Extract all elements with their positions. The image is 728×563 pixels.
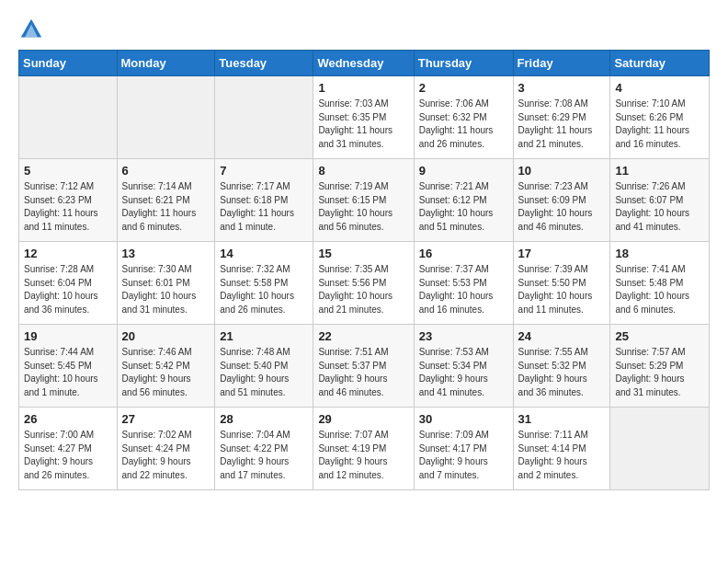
- day-info: Sunrise: 7:09 AM Sunset: 4:17 PM Dayligh…: [419, 429, 508, 482]
- day-info: Sunrise: 7:17 AM Sunset: 6:18 PM Dayligh…: [220, 180, 308, 234]
- day-info: Sunrise: 7:28 AM Sunset: 6:04 PM Dayligh…: [24, 263, 112, 316]
- calendar-header-wednesday: Wednesday: [313, 51, 414, 76]
- calendar-cell: 30Sunrise: 7:09 AM Sunset: 4:17 PM Dayli…: [414, 408, 513, 490]
- day-number: 6: [122, 164, 210, 178]
- calendar-cell: 4Sunrise: 7:10 AM Sunset: 6:26 PM Daylig…: [610, 76, 710, 159]
- calendar-cell: 6Sunrise: 7:14 AM Sunset: 6:21 PM Daylig…: [117, 159, 215, 242]
- calendar-cell: [610, 408, 710, 490]
- day-number: 28: [220, 412, 308, 426]
- day-number: 18: [615, 247, 704, 260]
- day-info: Sunrise: 7:10 AM Sunset: 6:26 PM Dayligh…: [615, 98, 704, 151]
- day-number: 16: [419, 247, 508, 260]
- day-number: 26: [24, 412, 112, 426]
- day-number: 24: [518, 329, 606, 343]
- day-info: Sunrise: 7:14 AM Sunset: 6:21 PM Dayligh…: [122, 180, 210, 234]
- calendar-cell: 1Sunrise: 7:03 AM Sunset: 6:35 PM Daylig…: [313, 76, 414, 159]
- day-info: Sunrise: 7:35 AM Sunset: 5:56 PM Dayligh…: [318, 263, 408, 316]
- logo-icon: [18, 17, 44, 42]
- day-info: Sunrise: 7:44 AM Sunset: 5:45 PM Dayligh…: [24, 346, 112, 399]
- calendar-cell: 2Sunrise: 7:06 AM Sunset: 6:32 PM Daylig…: [414, 76, 513, 159]
- calendar-cell: [215, 76, 313, 159]
- day-info: Sunrise: 7:02 AM Sunset: 4:24 PM Dayligh…: [122, 429, 210, 482]
- calendar-cell: [19, 76, 118, 159]
- day-number: 29: [318, 412, 408, 426]
- calendar-cell: 23Sunrise: 7:53 AM Sunset: 5:34 PM Dayli…: [414, 325, 513, 408]
- day-info: Sunrise: 7:04 AM Sunset: 4:22 PM Dayligh…: [220, 429, 308, 482]
- calendar-week-row: 19Sunrise: 7:44 AM Sunset: 5:45 PM Dayli…: [19, 325, 710, 408]
- day-info: Sunrise: 7:48 AM Sunset: 5:40 PM Dayligh…: [220, 346, 308, 399]
- day-number: 3: [518, 81, 606, 95]
- day-info: Sunrise: 7:08 AM Sunset: 6:29 PM Dayligh…: [518, 98, 606, 151]
- day-number: 27: [122, 412, 210, 426]
- day-number: 19: [24, 329, 112, 343]
- calendar-cell: 22Sunrise: 7:51 AM Sunset: 5:37 PM Dayli…: [313, 325, 414, 408]
- day-number: 14: [220, 247, 308, 260]
- calendar-cell: 9Sunrise: 7:21 AM Sunset: 6:12 PM Daylig…: [414, 159, 513, 242]
- day-number: 22: [318, 329, 408, 343]
- calendar-cell: 12Sunrise: 7:28 AM Sunset: 6:04 PM Dayli…: [19, 242, 118, 325]
- day-number: 12: [24, 247, 112, 260]
- calendar-cell: 28Sunrise: 7:04 AM Sunset: 4:22 PM Dayli…: [215, 408, 313, 490]
- calendar-cell: 15Sunrise: 7:35 AM Sunset: 5:56 PM Dayli…: [313, 242, 414, 325]
- day-number: 25: [615, 329, 704, 343]
- day-number: 9: [419, 164, 508, 178]
- day-number: 4: [615, 81, 704, 95]
- calendar-cell: 13Sunrise: 7:30 AM Sunset: 6:01 PM Dayli…: [117, 242, 215, 325]
- calendar-week-row: 1Sunrise: 7:03 AM Sunset: 6:35 PM Daylig…: [19, 76, 710, 159]
- day-number: 7: [220, 164, 308, 178]
- logo: [18, 17, 48, 42]
- calendar-header-thursday: Thursday: [414, 51, 513, 76]
- day-number: 10: [518, 164, 606, 178]
- day-info: Sunrise: 7:07 AM Sunset: 4:19 PM Dayligh…: [318, 429, 408, 482]
- calendar-cell: 26Sunrise: 7:00 AM Sunset: 4:27 PM Dayli…: [19, 408, 118, 490]
- day-number: 21: [220, 329, 308, 343]
- day-info: Sunrise: 7:00 AM Sunset: 4:27 PM Dayligh…: [24, 429, 112, 482]
- day-number: 30: [419, 412, 508, 426]
- calendar-cell: 27Sunrise: 7:02 AM Sunset: 4:24 PM Dayli…: [117, 408, 215, 490]
- day-number: 5: [24, 164, 112, 178]
- calendar-header-row: SundayMondayTuesdayWednesdayThursdayFrid…: [19, 51, 710, 76]
- calendar-header-monday: Monday: [117, 51, 215, 76]
- calendar-week-row: 5Sunrise: 7:12 AM Sunset: 6:23 PM Daylig…: [19, 159, 710, 242]
- page: SundayMondayTuesdayWednesdayThursdayFrid…: [0, 0, 728, 507]
- day-info: Sunrise: 7:55 AM Sunset: 5:32 PM Dayligh…: [518, 346, 606, 399]
- day-number: 13: [122, 247, 210, 260]
- calendar-cell: 25Sunrise: 7:57 AM Sunset: 5:29 PM Dayli…: [610, 325, 710, 408]
- day-number: 11: [615, 164, 704, 178]
- calendar-cell: 21Sunrise: 7:48 AM Sunset: 5:40 PM Dayli…: [215, 325, 313, 408]
- calendar-cell: 31Sunrise: 7:11 AM Sunset: 4:14 PM Dayli…: [513, 408, 610, 490]
- day-info: Sunrise: 7:03 AM Sunset: 6:35 PM Dayligh…: [318, 98, 408, 151]
- day-info: Sunrise: 7:23 AM Sunset: 6:09 PM Dayligh…: [518, 180, 606, 234]
- day-number: 20: [122, 329, 210, 343]
- calendar-cell: 19Sunrise: 7:44 AM Sunset: 5:45 PM Dayli…: [19, 325, 118, 408]
- day-info: Sunrise: 7:51 AM Sunset: 5:37 PM Dayligh…: [318, 346, 408, 399]
- calendar-cell: 8Sunrise: 7:19 AM Sunset: 6:15 PM Daylig…: [313, 159, 414, 242]
- header: [18, 17, 710, 42]
- day-info: Sunrise: 7:46 AM Sunset: 5:42 PM Dayligh…: [122, 346, 210, 399]
- day-number: 15: [318, 247, 408, 260]
- calendar-cell: 14Sunrise: 7:32 AM Sunset: 5:58 PM Dayli…: [215, 242, 313, 325]
- calendar-header-friday: Friday: [513, 51, 610, 76]
- day-info: Sunrise: 7:41 AM Sunset: 5:48 PM Dayligh…: [615, 263, 704, 316]
- calendar-cell: 24Sunrise: 7:55 AM Sunset: 5:32 PM Dayli…: [513, 325, 610, 408]
- day-number: 8: [318, 164, 408, 178]
- day-info: Sunrise: 7:57 AM Sunset: 5:29 PM Dayligh…: [615, 346, 704, 399]
- calendar-cell: 29Sunrise: 7:07 AM Sunset: 4:19 PM Dayli…: [313, 408, 414, 490]
- day-info: Sunrise: 7:12 AM Sunset: 6:23 PM Dayligh…: [24, 180, 112, 234]
- calendar-cell: 3Sunrise: 7:08 AM Sunset: 6:29 PM Daylig…: [513, 76, 610, 159]
- calendar-header-sunday: Sunday: [19, 51, 118, 76]
- calendar-cell: 17Sunrise: 7:39 AM Sunset: 5:50 PM Dayli…: [513, 242, 610, 325]
- calendar-cell: 10Sunrise: 7:23 AM Sunset: 6:09 PM Dayli…: [513, 159, 610, 242]
- day-info: Sunrise: 7:06 AM Sunset: 6:32 PM Dayligh…: [419, 98, 508, 151]
- day-info: Sunrise: 7:26 AM Sunset: 6:07 PM Dayligh…: [615, 180, 704, 234]
- calendar-cell: 18Sunrise: 7:41 AM Sunset: 5:48 PM Dayli…: [610, 242, 710, 325]
- day-number: 1: [318, 81, 408, 95]
- calendar-table: SundayMondayTuesdayWednesdayThursdayFrid…: [18, 50, 710, 490]
- day-number: 2: [419, 81, 508, 95]
- calendar-cell: 20Sunrise: 7:46 AM Sunset: 5:42 PM Dayli…: [117, 325, 215, 408]
- calendar-cell: 5Sunrise: 7:12 AM Sunset: 6:23 PM Daylig…: [19, 159, 118, 242]
- day-info: Sunrise: 7:39 AM Sunset: 5:50 PM Dayligh…: [518, 263, 606, 316]
- day-info: Sunrise: 7:19 AM Sunset: 6:15 PM Dayligh…: [318, 180, 408, 234]
- day-number: 31: [518, 412, 606, 426]
- day-number: 23: [419, 329, 508, 343]
